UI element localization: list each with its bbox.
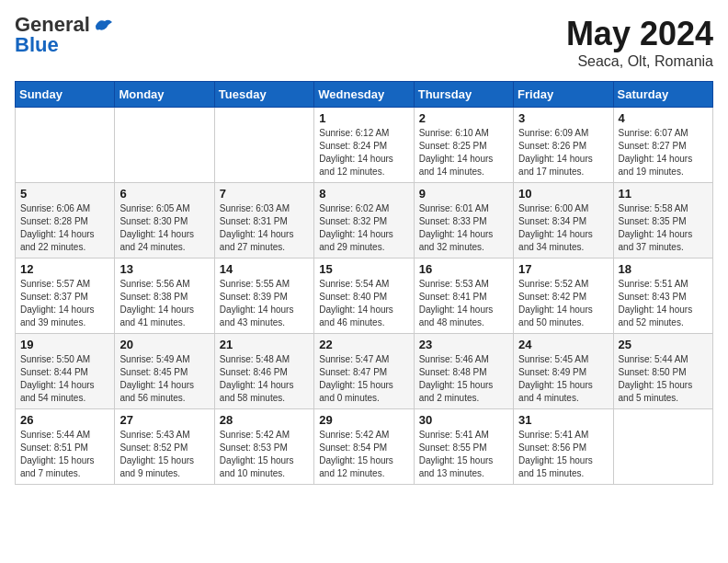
calendar-cell: 2Sunrise: 6:10 AM Sunset: 8:25 PM Daylig…: [414, 108, 513, 183]
calendar-cell: [16, 108, 115, 183]
day-number: 15: [319, 262, 408, 276]
day-info: Sunrise: 5:45 AM Sunset: 8:49 PM Dayligh…: [518, 353, 608, 405]
day-info: Sunrise: 5:44 AM Sunset: 8:51 PM Dayligh…: [20, 429, 109, 480]
calendar-cell: 10Sunrise: 6:00 AM Sunset: 8:34 PM Dayli…: [514, 183, 613, 259]
week-row-1: 1Sunrise: 6:12 AM Sunset: 8:24 PM Daylig…: [16, 108, 713, 183]
day-number: 30: [419, 413, 508, 427]
week-row-3: 12Sunrise: 5:57 AM Sunset: 8:37 PM Dayli…: [16, 259, 713, 334]
day-info: Sunrise: 6:05 AM Sunset: 8:30 PM Dayligh…: [119, 202, 209, 254]
day-info: Sunrise: 5:55 AM Sunset: 8:39 PM Dayligh…: [220, 278, 309, 329]
calendar-cell: 28Sunrise: 5:42 AM Sunset: 8:53 PM Dayli…: [214, 409, 313, 485]
day-number: 21: [220, 338, 309, 351]
calendar-cell: 17Sunrise: 5:52 AM Sunset: 8:42 PM Dayli…: [514, 259, 613, 334]
day-number: 13: [119, 262, 209, 276]
header-friday: Friday: [514, 82, 613, 108]
day-number: 4: [619, 111, 708, 125]
calendar-cell: 18Sunrise: 5:51 AM Sunset: 8:43 PM Dayli…: [613, 259, 712, 334]
day-number: 19: [20, 338, 109, 351]
day-info: Sunrise: 5:49 AM Sunset: 8:45 PM Dayligh…: [119, 353, 209, 405]
day-number: 26: [20, 413, 109, 427]
day-info: Sunrise: 5:43 AM Sunset: 8:52 PM Dayligh…: [119, 429, 209, 480]
day-info: Sunrise: 5:47 AM Sunset: 8:47 PM Dayligh…: [319, 353, 408, 405]
calendar-cell: 20Sunrise: 5:49 AM Sunset: 8:45 PM Dayli…: [115, 334, 214, 409]
day-number: 7: [220, 187, 309, 201]
day-number: 23: [419, 338, 508, 351]
day-number: 10: [518, 187, 608, 201]
calendar-cell: 4Sunrise: 6:07 AM Sunset: 8:27 PM Daylig…: [613, 108, 712, 183]
day-number: 9: [419, 187, 508, 201]
day-number: 12: [20, 262, 109, 276]
day-info: Sunrise: 5:48 AM Sunset: 8:46 PM Dayligh…: [220, 353, 309, 405]
calendar-cell: 16Sunrise: 5:53 AM Sunset: 8:41 PM Dayli…: [414, 259, 513, 334]
day-info: Sunrise: 5:58 AM Sunset: 8:35 PM Dayligh…: [619, 202, 708, 254]
week-row-2: 5Sunrise: 6:06 AM Sunset: 8:28 PM Daylig…: [16, 183, 713, 259]
day-number: 31: [518, 413, 608, 427]
calendar-cell: 14Sunrise: 5:55 AM Sunset: 8:39 PM Dayli…: [214, 259, 313, 334]
day-info: Sunrise: 5:41 AM Sunset: 8:55 PM Dayligh…: [419, 429, 508, 480]
day-info: Sunrise: 5:56 AM Sunset: 8:38 PM Dayligh…: [119, 278, 209, 329]
calendar-cell: 24Sunrise: 5:45 AM Sunset: 8:49 PM Dayli…: [514, 334, 613, 409]
calendar-cell: 12Sunrise: 5:57 AM Sunset: 8:37 PM Dayli…: [16, 259, 115, 334]
calendar-cell: 25Sunrise: 5:44 AM Sunset: 8:50 PM Dayli…: [613, 334, 712, 409]
calendar-cell: 22Sunrise: 5:47 AM Sunset: 8:47 PM Dayli…: [314, 334, 414, 409]
calendar-cell: [115, 108, 214, 183]
calendar-cell: 5Sunrise: 6:06 AM Sunset: 8:28 PM Daylig…: [16, 183, 115, 259]
month-title: May 2024: [566, 15, 713, 53]
header-sunday: Sunday: [16, 82, 115, 108]
calendar-table: SundayMondayTuesdayWednesdayThursdayFrid…: [15, 81, 713, 485]
header-thursday: Thursday: [414, 82, 513, 108]
day-number: 11: [619, 187, 708, 201]
day-number: 27: [119, 413, 209, 427]
day-number: 2: [419, 111, 508, 125]
calendar-cell: 9Sunrise: 6:01 AM Sunset: 8:33 PM Daylig…: [414, 183, 513, 259]
logo: General Blue: [15, 15, 114, 57]
day-info: Sunrise: 5:57 AM Sunset: 8:37 PM Dayligh…: [20, 278, 109, 329]
logo-blue-text: Blue: [15, 33, 59, 56]
day-info: Sunrise: 5:50 AM Sunset: 8:44 PM Dayligh…: [20, 353, 109, 405]
calendar-cell: 21Sunrise: 5:48 AM Sunset: 8:46 PM Dayli…: [214, 334, 313, 409]
week-row-4: 19Sunrise: 5:50 AM Sunset: 8:44 PM Dayli…: [16, 334, 713, 409]
day-info: Sunrise: 6:10 AM Sunset: 8:25 PM Dayligh…: [419, 127, 508, 178]
day-number: 28: [220, 413, 309, 427]
day-number: 16: [419, 262, 508, 276]
day-number: 20: [119, 338, 209, 351]
calendar-cell: 15Sunrise: 5:54 AM Sunset: 8:40 PM Dayli…: [314, 259, 414, 334]
title-area: May 2024 Seaca, Olt, Romania: [566, 15, 713, 70]
header-wednesday: Wednesday: [314, 82, 414, 108]
day-info: Sunrise: 6:07 AM Sunset: 8:27 PM Dayligh…: [619, 127, 708, 178]
header-tuesday: Tuesday: [214, 82, 313, 108]
logo-bird-icon: [94, 17, 114, 33]
calendar-cell: [613, 409, 712, 485]
day-info: Sunrise: 6:03 AM Sunset: 8:31 PM Dayligh…: [220, 202, 309, 254]
calendar-cell: 6Sunrise: 6:05 AM Sunset: 8:30 PM Daylig…: [115, 183, 214, 259]
day-number: 18: [619, 262, 708, 276]
day-info: Sunrise: 6:09 AM Sunset: 8:26 PM Dayligh…: [518, 127, 608, 178]
day-info: Sunrise: 5:52 AM Sunset: 8:42 PM Dayligh…: [518, 278, 608, 329]
calendar-cell: 30Sunrise: 5:41 AM Sunset: 8:55 PM Dayli…: [414, 409, 513, 485]
day-info: Sunrise: 5:54 AM Sunset: 8:40 PM Dayligh…: [319, 278, 408, 329]
day-number: 5: [20, 187, 109, 201]
day-info: Sunrise: 5:41 AM Sunset: 8:56 PM Dayligh…: [518, 429, 608, 480]
calendar-cell: 13Sunrise: 5:56 AM Sunset: 8:38 PM Dayli…: [115, 259, 214, 334]
day-info: Sunrise: 5:46 AM Sunset: 8:48 PM Dayligh…: [419, 353, 508, 405]
calendar-cell: 19Sunrise: 5:50 AM Sunset: 8:44 PM Dayli…: [16, 334, 115, 409]
day-info: Sunrise: 5:44 AM Sunset: 8:50 PM Dayligh…: [619, 353, 708, 405]
day-number: 24: [518, 338, 608, 351]
location: Seaca, Olt, Romania: [566, 53, 713, 70]
header: General Blue May 2024 Seaca, Olt, Romani…: [15, 15, 713, 70]
day-number: 22: [319, 338, 408, 351]
day-info: Sunrise: 5:53 AM Sunset: 8:41 PM Dayligh…: [419, 278, 508, 329]
calendar-cell: 3Sunrise: 6:09 AM Sunset: 8:26 PM Daylig…: [514, 108, 613, 183]
calendar-header-row: SundayMondayTuesdayWednesdayThursdayFrid…: [16, 82, 713, 108]
calendar-cell: 31Sunrise: 5:41 AM Sunset: 8:56 PM Dayli…: [514, 409, 613, 485]
calendar-cell: 23Sunrise: 5:46 AM Sunset: 8:48 PM Dayli…: [414, 334, 513, 409]
day-info: Sunrise: 6:06 AM Sunset: 8:28 PM Dayligh…: [20, 202, 109, 254]
day-number: 6: [119, 187, 209, 201]
day-info: Sunrise: 6:00 AM Sunset: 8:34 PM Dayligh…: [518, 202, 608, 254]
day-number: 17: [518, 262, 608, 276]
calendar-cell: 1Sunrise: 6:12 AM Sunset: 8:24 PM Daylig…: [314, 108, 414, 183]
day-number: 3: [518, 111, 608, 125]
day-info: Sunrise: 5:42 AM Sunset: 8:54 PM Dayligh…: [319, 429, 408, 480]
calendar-cell: 27Sunrise: 5:43 AM Sunset: 8:52 PM Dayli…: [115, 409, 214, 485]
calendar-cell: 11Sunrise: 5:58 AM Sunset: 8:35 PM Dayli…: [613, 183, 712, 259]
